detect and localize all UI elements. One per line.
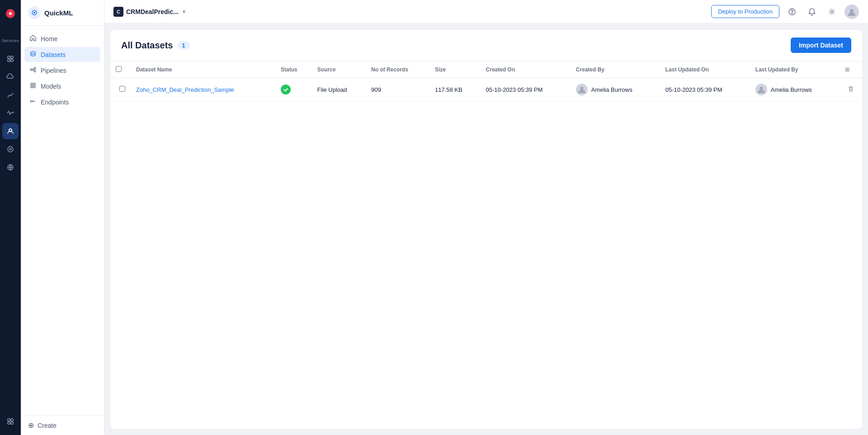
create-button[interactable]: ⊕ Create — [28, 421, 97, 430]
icon-rail: Services — [0, 0, 21, 435]
sidebar-title: QuickML — [44, 9, 73, 17]
table-header-updated-by: Last Updated By — [750, 61, 840, 78]
row-actions-cell[interactable] — [840, 78, 862, 101]
datasets-nav-icon — [30, 51, 36, 58]
svg-point-30 — [850, 9, 854, 13]
grid-bottom-rail-icon[interactable] — [2, 413, 19, 430]
globe-rail-icon[interactable] — [2, 159, 19, 175]
table-header-records: No of Records — [366, 61, 429, 78]
sidebar-item-models[interactable]: Models — [24, 79, 100, 94]
deploy-to-production-button[interactable]: Deploy to Production — [711, 5, 779, 18]
svg-point-16 — [33, 12, 35, 14]
row-source: File Upload — [312, 78, 366, 101]
content-header: All Datasets 1 Import Dataset — [110, 29, 862, 61]
project-icon: C — [113, 7, 123, 17]
sidebar: QuickML Home Datasets — [21, 0, 104, 435]
svg-point-8 — [9, 148, 11, 150]
home-rail-icon[interactable] — [2, 51, 19, 67]
svg-point-32 — [580, 87, 583, 90]
table-header-created-on: Created On — [481, 61, 571, 78]
pipelines-nav-icon — [30, 66, 36, 74]
sidebar-footer: ⊕ Create — [21, 415, 104, 435]
svg-rect-23 — [31, 86, 33, 88]
svg-rect-22 — [33, 83, 35, 85]
services-label: Services — [2, 33, 19, 49]
home-nav-icon — [30, 35, 36, 43]
svg-rect-1 — [8, 56, 10, 58]
row-checkbox-0[interactable] — [119, 86, 125, 92]
table-header-size: Size — [429, 61, 481, 78]
create-label: Create — [38, 422, 57, 429]
pipelines-nav-label: Pipelines — [41, 67, 66, 74]
sidebar-item-pipelines[interactable]: Pipelines — [24, 63, 100, 78]
sidebar-item-home[interactable]: Home — [24, 31, 100, 46]
activity-rail-icon[interactable] — [2, 105, 19, 121]
project-dropdown-icon[interactable]: ▼ — [181, 9, 187, 15]
table-row: Zoho_CRM_Deal_Prediction_Sample File Upl… — [110, 78, 862, 101]
table-header-source: Source — [312, 61, 366, 78]
created-by-avatar — [576, 84, 588, 95]
help-button[interactable] — [785, 5, 799, 19]
svg-point-17 — [31, 52, 35, 53]
import-dataset-button[interactable]: Import Dataset — [791, 38, 851, 53]
svg-point-34 — [760, 87, 763, 90]
select-all-checkbox[interactable] — [116, 66, 122, 72]
user-avatar[interactable] — [844, 5, 859, 19]
row-checkbox-cell — [110, 78, 131, 101]
cloud-rail-icon[interactable] — [2, 69, 19, 85]
svg-rect-12 — [8, 422, 10, 424]
svg-point-7 — [8, 147, 13, 152]
svg-rect-10 — [8, 419, 10, 421]
chart-rail-icon[interactable] — [2, 87, 19, 103]
table-header-actions: ⊞ — [840, 61, 862, 78]
endpoints-nav-label: Endpoints — [41, 99, 69, 106]
column-options-icon[interactable]: ⊞ — [845, 66, 849, 73]
users-rail-icon[interactable] — [2, 123, 19, 139]
table-header-created-by: Created By — [571, 61, 660, 78]
project-selector[interactable]: C CRMDealPredic... ▼ — [113, 7, 187, 17]
row-size: 117.58 KB — [429, 78, 481, 101]
table-header-status: Status — [275, 61, 312, 78]
content-area: All Datasets 1 Import Dataset Dataset Na… — [110, 29, 863, 430]
updated-by-avatar — [755, 84, 767, 95]
row-records: 909 — [366, 78, 429, 101]
app-logo-rail[interactable] — [2, 5, 19, 22]
svg-rect-24 — [33, 86, 35, 88]
models-nav-label: Models — [41, 83, 61, 90]
sidebar-header: QuickML — [21, 0, 104, 26]
sidebar-nav: Home Datasets Pipelines — [21, 26, 104, 415]
quickml-logo-icon — [28, 6, 41, 19]
row-status — [275, 78, 312, 101]
svg-point-28 — [831, 10, 833, 13]
table-header-updated-on: Last Updated On — [660, 61, 750, 78]
svg-point-19 — [34, 67, 36, 69]
project-name: CRMDealPredic... — [126, 8, 179, 15]
status-active-icon — [281, 85, 291, 95]
models-nav-icon — [30, 82, 36, 90]
endpoints-nav-icon — [30, 98, 36, 106]
svg-rect-4 — [11, 59, 13, 61]
svg-point-27 — [792, 13, 793, 14]
row-updated-by: Amelia Burrows — [750, 78, 840, 101]
dataset-count-badge: 1 — [178, 41, 190, 50]
datasets-table: Dataset Name Status Source No of Records… — [110, 61, 862, 101]
create-plus-icon: ⊕ — [28, 421, 34, 430]
sidebar-item-datasets[interactable]: Datasets — [24, 47, 100, 62]
row-created-by: Amelia Burrows — [571, 78, 660, 101]
row-created-on: 05-10-2023 05:39 PM — [481, 78, 571, 101]
rocket-rail-icon[interactable] — [2, 141, 19, 157]
created-by-name: Amelia Burrows — [591, 86, 632, 93]
svg-point-18 — [30, 69, 32, 71]
notifications-button[interactable] — [805, 5, 819, 19]
svg-rect-11 — [11, 419, 13, 421]
page-title: All Datasets — [121, 40, 173, 51]
table-header-checkbox — [110, 61, 131, 78]
row-dataset-name[interactable]: Zoho_CRM_Deal_Prediction_Sample — [131, 78, 275, 101]
svg-rect-13 — [11, 422, 13, 424]
updated-by-name: Amelia Burrows — [771, 86, 812, 93]
sidebar-item-endpoints[interactable]: Endpoints — [24, 95, 100, 109]
datasets-nav-label: Datasets — [41, 51, 66, 58]
settings-button[interactable] — [825, 5, 839, 19]
svg-rect-3 — [8, 59, 10, 61]
home-nav-label: Home — [41, 35, 57, 43]
